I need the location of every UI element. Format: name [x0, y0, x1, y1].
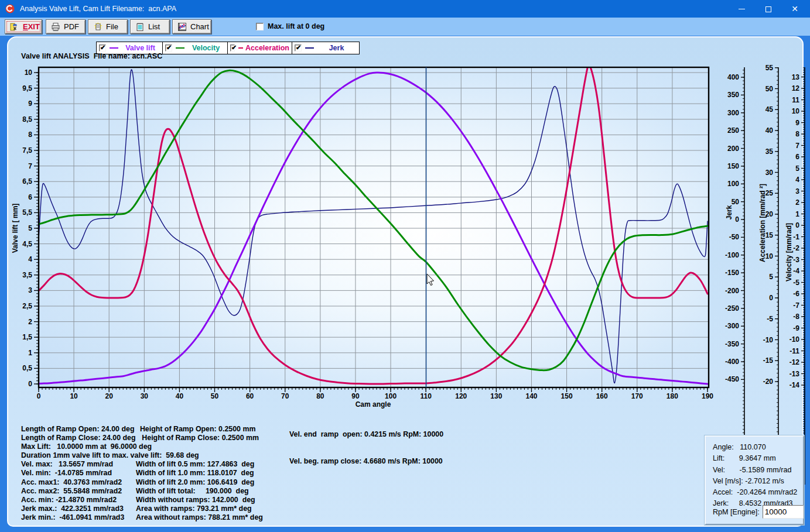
jerk-color-dash-icon — [305, 47, 314, 49]
legend-label-acceleration: Acceleration — [245, 44, 289, 52]
plot-area[interactable] — [39, 67, 709, 387]
toolbar: EXIT PDF — [0, 18, 810, 36]
valve-lift-color-dash-icon — [110, 47, 118, 49]
max-lift-checkbox[interactable] — [256, 23, 264, 30]
list-button[interactable]: List — [130, 19, 170, 34]
check-icon: ✔ — [296, 44, 301, 52]
window-title: Analysis Valve Lift, Cam Lift Filename: … — [20, 0, 176, 18]
stat-row: Jerk min.: -461.0941 mm/rad3Area without… — [21, 513, 263, 522]
stat-row: Acc. min: -21.4870 mm/rad2Width without … — [21, 496, 263, 504]
list-button-label: List — [148, 22, 160, 31]
stat-row: Acc. max2: 55.5848 mm/rad2Width of lift … — [21, 487, 263, 496]
minimize-button[interactable] — [732, 0, 751, 18]
chart-button-label: Chart — [190, 22, 209, 31]
readout-lift: Lift: 9.3647 mm — [713, 453, 803, 464]
velocity-color-dash-icon — [176, 47, 184, 49]
readout-angle: Angle: 110.070 — [713, 442, 803, 453]
valve-lift-checkbox[interactable]: ✔ — [99, 44, 106, 52]
cursor-readout-panel: Angle: 110.070 Lift: 9.3647 mm Vel: -5.1… — [705, 435, 804, 525]
legend-label-velocity: Velocity — [187, 44, 225, 52]
legend-label-jerk: Jerk — [316, 44, 357, 52]
check-icon: ✔ — [100, 44, 105, 52]
readout-vel-ms: Vel [m/s]: -2.7012 m/s — [713, 476, 803, 487]
stat-row: Vel. min: -14.0785 mm/radWidth of lift 1… — [21, 469, 263, 478]
close-button[interactable]: ✕ — [785, 0, 804, 18]
stat-row: Length of Ramp Open: 24.00 deg Height of… — [21, 425, 263, 434]
file-button-label: File — [106, 22, 118, 31]
rpm-input[interactable] — [763, 505, 804, 519]
readout-accel: Accel: -20.4264 mm/rad2 — [713, 487, 803, 498]
rpm-engine-group: RpM [Engine]: — [713, 505, 804, 519]
exit-door-icon — [10, 22, 19, 32]
max-lift-checkbox-group: Max. lift at 0 deg — [256, 22, 324, 30]
exit-button-label: EXIT — [23, 22, 40, 31]
chart-title: Valve lift ANALYSIS File name: acn.ASC — [21, 52, 162, 60]
jerk-checkbox[interactable]: ✔ — [295, 44, 302, 52]
rpm-engine-label: RpM [Engine]: — [713, 508, 760, 516]
velocity-checkbox[interactable]: ✔ — [165, 44, 172, 52]
check-icon: ✔ — [166, 44, 172, 52]
app-icon — [5, 4, 15, 13]
app-window: Analysis Valve Lift, Cam Lift Filename: … — [0, 0, 810, 532]
acceleration-color-dash-icon — [238, 47, 243, 49]
acceleration-checkbox[interactable]: ✔ — [230, 44, 235, 52]
readout-vel: Vel: -5.1589 mm/rad — [713, 465, 803, 476]
stat-row: Acc. max1: 40.3763 mm/rad2Width of lift … — [21, 478, 263, 487]
chart-icon — [177, 22, 187, 32]
ramp-close-velocity: Vel. beg. ramp close: 4.6680 m/s RpM: 10… — [289, 457, 443, 466]
chart-button[interactable]: Chart — [172, 19, 211, 34]
file-button[interactable]: File — [88, 19, 128, 34]
pdf-button-label: PDF — [64, 22, 79, 31]
legend-item-jerk: ✔ Jerk — [292, 42, 359, 54]
title-bar: Analysis Valve Lift, Cam Lift Filename: … — [0, 0, 810, 18]
check-icon: ✔ — [231, 44, 237, 52]
document-icon — [93, 22, 102, 32]
legend-label-valve-lift: Valve lift — [121, 44, 160, 52]
stat-row: Duration 1mm valve lift to max. valve li… — [21, 451, 263, 460]
stat-row: Vel. max: 13.5657 mm/radWidth of lift 0.… — [21, 460, 263, 469]
stat-row: Jerk max.: 422.3251 mm/rad3Area with ram… — [21, 504, 263, 513]
maximize-button[interactable] — [759, 0, 778, 18]
ramp-open-velocity: Vel. end ramp open: 0.4215 m/s RpM: 1000… — [289, 430, 443, 439]
notepad-icon — [135, 22, 145, 32]
stat-row: Max Lift: 10.0000 mm at 96.0000 deg — [21, 442, 263, 451]
analysis-statistics: Length of Ramp Open: 24.00 deg Height of… — [21, 425, 263, 522]
stat-row: Length of Ramp Close: 24.00 deg Height o… — [21, 434, 263, 442]
legend-item-velocity: ✔ Velocity — [163, 42, 228, 54]
max-lift-checkbox-label: Max. lift at 0 deg — [268, 22, 324, 30]
pdf-button[interactable]: PDF — [46, 19, 86, 34]
printer-icon — [51, 22, 60, 32]
exit-button[interactable]: EXIT — [5, 19, 42, 34]
legend-item-acceleration: ✔ Acceleration — [228, 42, 292, 54]
minimize-icon — [739, 9, 745, 9]
ramp-velocity-summary: Vel. end ramp open: 0.4215 m/s RpM: 1000… — [289, 413, 443, 484]
maximize-icon — [765, 6, 771, 12]
